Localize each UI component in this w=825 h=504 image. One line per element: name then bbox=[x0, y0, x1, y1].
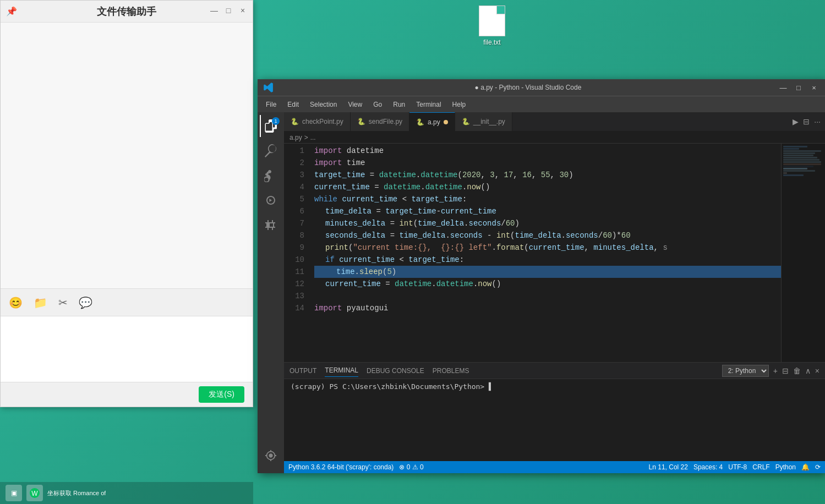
statusbar-python-version[interactable]: Python 3.6.2 64-bit ('scrapy': conda) bbox=[288, 463, 394, 471]
tab-checkpoint-label: checkPoint.py bbox=[302, 118, 343, 125]
tab-apy-icon: 🐍 bbox=[416, 118, 424, 126]
breadcrumb-file[interactable]: a.py bbox=[289, 134, 302, 141]
terminal-content[interactable]: (scrapy) PS C:\Users\zhbink\Documents\Py… bbox=[284, 379, 825, 461]
code-line-8: seconds_delta = time_delta.seconds - int… bbox=[314, 229, 781, 242]
menu-run[interactable]: Run bbox=[387, 98, 411, 111]
wechat-minimize-button[interactable]: — bbox=[209, 5, 220, 16]
code-line-9: print("current time:{}, {}:{} left".form… bbox=[314, 242, 781, 254]
editor-area: 🐍 checkPoint.py 🐍 sendFile.py 🐍 a.py 🐍 _… bbox=[284, 112, 825, 473]
activity-debug-icon[interactable] bbox=[260, 189, 282, 211]
terminal-tab-terminal[interactable]: TERMINAL bbox=[325, 364, 358, 377]
menu-help[interactable]: Help bbox=[447, 98, 472, 111]
menu-selection[interactable]: Selection bbox=[304, 98, 342, 111]
vscode-window: ● a.py - Python - Visual Studio Code — □… bbox=[258, 79, 825, 473]
breadcrumb-sep: > bbox=[304, 134, 308, 141]
tab-sendfile-icon: 🐍 bbox=[357, 118, 365, 125]
wechat-emoji-icon[interactable]: 😊 bbox=[9, 296, 23, 309]
split-editor-button[interactable]: ⊟ bbox=[803, 117, 810, 126]
tab-apy-label: a.py bbox=[428, 118, 440, 126]
activity-settings-icon[interactable] bbox=[260, 445, 282, 467]
terminal-split-button[interactable]: ⊟ bbox=[782, 366, 789, 375]
menu-go[interactable]: Go bbox=[368, 98, 387, 111]
run-code-button[interactable]: ▶ bbox=[793, 117, 799, 126]
tab-sendfile[interactable]: 🐍 sendFile.py bbox=[351, 112, 409, 131]
wechat-close-button[interactable]: × bbox=[237, 5, 248, 16]
terminal-prompt: (scrapy) PS C:\Users\zhbink\Documents\Py… bbox=[291, 382, 493, 391]
activity-source-control-icon[interactable] bbox=[260, 165, 282, 187]
tab-checkpoint-icon: 🐍 bbox=[291, 118, 299, 125]
menu-terminal[interactable]: Terminal bbox=[411, 98, 446, 111]
code-line-11: time.sleep(5) bbox=[314, 266, 781, 278]
statusbar-error-icon: ⊗ bbox=[399, 463, 405, 471]
vscode-close-button[interactable]: × bbox=[808, 82, 819, 93]
minimap-code bbox=[782, 144, 825, 178]
tab-apy-modified-dot bbox=[444, 120, 448, 124]
wechat-window: 📌 文件传输助手 — □ × 😊 📁 ✂ 💬 发送(S) bbox=[0, 0, 253, 407]
wechat-folder-icon[interactable]: 📁 bbox=[34, 296, 47, 309]
wechat-toolbar: 😊 📁 ✂ 💬 bbox=[1, 288, 253, 316]
activity-extensions-icon[interactable] bbox=[260, 214, 282, 236]
statusbar-position[interactable]: Ln 11, Col 22 bbox=[649, 463, 688, 471]
vscode-body: 1 bbox=[258, 112, 825, 473]
tab-apy[interactable]: 🐍 a.py bbox=[409, 112, 455, 131]
terminal-actions: 2: Python + ⊟ 🗑 ∧ × bbox=[722, 365, 819, 377]
code-line-2: import time bbox=[314, 157, 781, 169]
terminal-add-button[interactable]: + bbox=[773, 366, 778, 375]
statusbar-errors[interactable]: ⊗ 0 ⚠ 0 bbox=[399, 463, 423, 471]
menu-view[interactable]: View bbox=[342, 98, 368, 111]
wechat-chat-icon[interactable]: 💬 bbox=[79, 296, 92, 309]
more-actions-button[interactable]: ··· bbox=[814, 117, 821, 126]
file-icon-label: file.txt bbox=[483, 39, 500, 46]
code-editor-container: 12345 678910 11121314 import datetime im… bbox=[284, 144, 825, 362]
terminal-tab-problems[interactable]: PROBLEMS bbox=[433, 365, 469, 377]
menu-edit[interactable]: Edit bbox=[282, 98, 304, 111]
terminal-trash-button[interactable]: 🗑 bbox=[793, 366, 801, 375]
breadcrumb: a.py > ... bbox=[284, 132, 825, 144]
wechat-scissors-icon[interactable]: ✂ bbox=[58, 296, 68, 309]
vscode-titlebar: ● a.py - Python - Visual Studio Code — □… bbox=[258, 79, 825, 96]
vscode-minimize-button[interactable]: — bbox=[778, 82, 789, 93]
code-line-6: time_delta = target_time-current_time bbox=[314, 205, 781, 217]
code-line-3: target_time = datetime.datetime(2020, 3,… bbox=[314, 169, 781, 181]
terminal-python-select[interactable]: 2: Python bbox=[722, 365, 769, 377]
taskbar-app-icon-1[interactable]: ▣ bbox=[6, 485, 22, 501]
statusbar-warning-icon: ⚠ bbox=[412, 463, 418, 471]
code-editor[interactable]: 12345 678910 11121314 import datetime im… bbox=[284, 144, 781, 362]
vscode-maximize-button[interactable]: □ bbox=[793, 82, 804, 93]
statusbar-notification-icon[interactable]: 🔔 bbox=[801, 463, 810, 471]
desktop-file-icon[interactable]: file.txt bbox=[479, 6, 505, 46]
menu-file[interactable]: File bbox=[260, 98, 282, 111]
terminal-tabs: OUTPUT TERMINAL DEBUG CONSOLE PROBLEMS 2… bbox=[284, 363, 825, 379]
code-line-14: import pyautogui bbox=[314, 302, 781, 314]
activity-badge: 1 bbox=[272, 117, 280, 125]
statusbar-language[interactable]: Python bbox=[775, 463, 796, 471]
wechat-pin-icon: 📌 bbox=[6, 6, 17, 17]
terminal-up-button[interactable]: ∧ bbox=[805, 366, 811, 375]
tab-init[interactable]: 🐍 __init__.py bbox=[455, 112, 512, 131]
vscode-win-controls: — □ × bbox=[778, 82, 819, 93]
terminal-close-button[interactable]: × bbox=[815, 366, 819, 375]
breadcrumb-more[interactable]: ... bbox=[310, 134, 316, 141]
wechat-send-button[interactable]: 发送(S) bbox=[199, 386, 244, 403]
vscode-app-icon bbox=[263, 82, 274, 93]
statusbar-sync-icon[interactable]: ⟳ bbox=[815, 463, 821, 471]
file-icon-image bbox=[479, 6, 505, 36]
line-numbers: 12345 678910 11121314 bbox=[284, 144, 309, 362]
activity-explorer-icon[interactable]: 1 bbox=[260, 115, 282, 137]
tab-checkpoint[interactable]: 🐍 checkPoint.py bbox=[284, 112, 351, 131]
statusbar-spaces[interactable]: Spaces: 4 bbox=[693, 463, 723, 471]
code-line-4: current_time = datetime.datetime.now() bbox=[314, 181, 781, 193]
activity-search-icon[interactable] bbox=[260, 140, 282, 162]
statusbar-line-ending[interactable]: CRLF bbox=[752, 463, 769, 471]
wechat-input-area[interactable] bbox=[1, 316, 253, 382]
wechat-titlebar: 📌 文件传输助手 — □ × bbox=[1, 1, 253, 23]
taskbar-app-icon-2[interactable]: W bbox=[26, 485, 43, 501]
vscode-title-text: ● a.py - Python - Visual Studio Code bbox=[278, 84, 778, 91]
wechat-maximize-button[interactable]: □ bbox=[223, 5, 234, 16]
statusbar-encoding[interactable]: UTF-8 bbox=[728, 463, 747, 471]
terminal-tab-debug[interactable]: DEBUG CONSOLE bbox=[367, 365, 424, 377]
tabs-actions: ▶ ⊟ ··· bbox=[788, 112, 825, 131]
terminal-tab-output[interactable]: OUTPUT bbox=[289, 365, 316, 377]
statusbar-error-count: 0 bbox=[407, 463, 411, 471]
taskbar-text-1: 坐标获取 Romance of bbox=[47, 489, 106, 497]
